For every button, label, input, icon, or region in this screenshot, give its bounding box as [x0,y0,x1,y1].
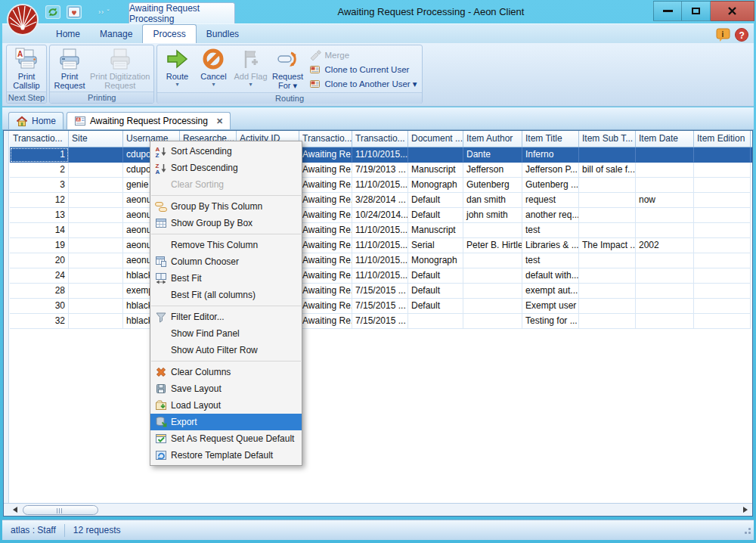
table-cell[interactable]: 14 [10,223,69,238]
table-cell[interactable]: Awaiting Re... [299,178,352,193]
table-cell[interactable] [636,163,694,178]
menu-item-load-layout[interactable]: Load Layout [150,397,302,414]
table-cell[interactable]: 11/10/2015... [352,223,408,238]
table-cell[interactable]: Awaiting Re... [299,147,352,163]
clone-to-current-user-button[interactable]: Clone to Current User [309,62,417,76]
table-cell[interactable]: Monograph [408,178,463,193]
table-cell[interactable]: john smith [463,208,522,223]
table-cell[interactable]: Jefferson [463,163,522,178]
table-cell[interactable] [636,147,694,163]
menu-item-export[interactable]: Export [150,414,302,430]
table-cell[interactable] [694,193,751,208]
menu-item-best-fit-all-columns-[interactable]: Best Fit (all columns) [150,287,302,303]
table-cell[interactable] [579,268,636,284]
document-tab-awaiting-request-processing[interactable]: AAwaiting Request Processing✕ [67,112,231,129]
table-cell[interactable] [579,193,636,208]
table-cell[interactable]: 12 [10,193,69,208]
table-cell[interactable]: test [522,223,579,238]
table-cell[interactable] [636,253,694,268]
menu-item-best-fit[interactable]: Best Fit [150,270,302,287]
table-cell[interactable] [579,147,636,163]
table-cell[interactable] [636,268,694,284]
table-cell[interactable]: Monograph [408,253,463,268]
table-cell[interactable] [694,314,751,329]
table-cell[interactable] [694,284,751,299]
table-cell[interactable] [694,147,751,163]
menu-item-remove-this-column[interactable]: Remove This Column [150,237,302,253]
table-cell[interactable] [694,253,751,268]
table-cell[interactable] [408,314,463,329]
table-cell[interactable]: 7/15/2015 ... [352,314,408,329]
table-row[interactable]: 20aeonusAwaiting Re...11/10/2015...Monog… [10,253,752,268]
table-cell[interactable]: The Impact ... [579,238,636,253]
document-tab-home[interactable]: Home [8,112,64,129]
table-cell[interactable]: Awaiting Re... [299,193,352,208]
table-cell[interactable]: Exempt user [522,299,579,314]
table-cell[interactable]: dan smith [463,193,522,208]
table-cell[interactable]: Default [408,284,463,299]
menu-item-group-by-this-column[interactable]: Group By This Column [150,198,302,215]
table-row[interactable]: 32hblackAwaiting Re...7/15/2015 ...Testi… [10,314,752,329]
table-cell[interactable] [69,314,123,329]
table-cell[interactable]: 3 [10,178,69,193]
close-tab-icon[interactable]: ✕ [216,116,223,126]
table-cell[interactable] [69,147,123,163]
table-cell[interactable]: 7/15/2015 ... [352,284,408,299]
table-cell[interactable]: Awaiting Re... [299,238,352,253]
table-cell[interactable] [636,284,694,299]
table-cell[interactable] [579,299,636,314]
column-header[interactable]: Item Date [636,131,694,147]
table-cell[interactable]: Awaiting Re... [299,208,352,223]
table-cell[interactable]: 11/10/2015... [352,238,408,253]
table-cell[interactable] [694,223,751,238]
menu-item-restore-template-default[interactable]: Restore Template Default [150,447,302,464]
table-cell[interactable]: 2 [10,163,69,178]
qat-overflow-icon[interactable]: ›› ˇ [98,8,110,16]
table-cell[interactable]: Awaiting Re... [299,268,352,284]
table-row[interactable]: 30hblackAwaiting Re...7/15/2015 ...Defau… [10,299,752,314]
table-cell[interactable]: exempt aut... [522,284,579,299]
table-cell[interactable]: 11/10/2015... [352,268,408,284]
column-header[interactable]: Item Sub T... [579,131,636,147]
print-callslipbutton[interactable]: APrintCallslip [8,46,45,92]
table-cell[interactable]: another req... [522,208,579,223]
ribbon-tab-bundles[interactable]: Bundles [197,26,249,43]
close-button[interactable] [711,1,754,21]
table-cell[interactable] [694,163,751,178]
table-cell[interactable] [69,268,123,284]
ribbon-tab-home[interactable]: Home [46,26,90,43]
table-cell[interactable] [579,314,636,329]
table-cell[interactable]: 19 [10,238,69,253]
menu-item-show-auto-filter-row[interactable]: Show Auto Filter Row [150,342,302,358]
table-cell[interactable]: Inferno [522,147,579,163]
table-cell[interactable] [636,178,694,193]
favorites-icon[interactable] [67,5,82,19]
table-cell[interactable]: default with... [522,268,579,284]
table-cell[interactable]: Awaiting Re... [299,223,352,238]
ribbon-tab-manage[interactable]: Manage [90,26,142,43]
table-row[interactable]: 12aeonusAwaiting Re...3/28/2014 ...Defau… [10,193,752,208]
print-requestbutton[interactable]: PrintRequest [51,46,88,92]
table-cell[interactable] [694,299,751,314]
table-cell[interactable]: Default [408,299,463,314]
table-cell[interactable]: 1 [10,147,69,163]
request-for-button[interactable]: RequestFor ▾ [270,46,306,92]
table-cell[interactable] [69,299,123,314]
table-cell[interactable] [694,238,751,253]
table-row[interactable]: 1cduporAwaiting Re...11/10/2015...DanteI… [10,147,752,163]
table-cell[interactable] [69,284,123,299]
cancelbutton[interactable]: Cancel▾ [195,46,231,92]
table-cell[interactable]: Manuscript [408,223,463,238]
table-cell[interactable]: Libraries & ... [522,238,579,253]
table-cell[interactable]: Default [408,193,463,208]
table-cell[interactable] [463,314,522,329]
ribbon-tab-process[interactable]: Process [142,24,196,43]
table-row[interactable]: 24hblackAwaiting Re...11/10/2015...Defau… [10,268,752,284]
column-header[interactable]: Item Edition [694,131,751,147]
table-cell[interactable] [69,163,123,178]
column-header[interactable]: Item Title [522,131,579,147]
table-cell[interactable] [463,284,522,299]
menu-item-show-find-panel[interactable]: Show Find Panel [150,325,302,342]
table-cell[interactable]: now [636,193,694,208]
table-cell[interactable]: Serial [408,238,463,253]
